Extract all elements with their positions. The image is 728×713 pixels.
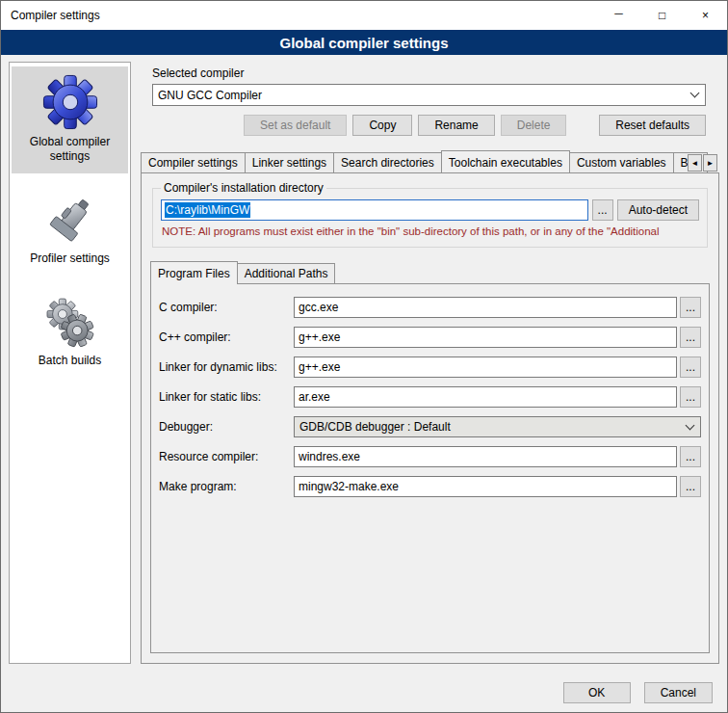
reset-defaults-button[interactable]: Reset defaults: [599, 115, 706, 136]
toolchain-executables-panel: Compiler's installation directory C:\ray…: [141, 172, 719, 664]
page-title: Global compiler settings: [279, 35, 448, 51]
rename-button[interactable]: Rename: [418, 115, 494, 136]
selected-compiler-select[interactable]: GNU GCC Compiler: [152, 84, 706, 106]
page-title-banner: Global compiler settings: [1, 30, 727, 55]
subtab-additional-paths[interactable]: Additional Paths: [237, 263, 336, 283]
c-compiler-label: C compiler:: [159, 301, 294, 314]
cpp-compiler-row: C++ compiler: ...: [159, 327, 701, 348]
installation-directory-group: Compiler's installation directory C:\ray…: [152, 181, 708, 248]
settings-tab-bar: Compiler settings Linker settings Search…: [141, 150, 719, 172]
linker-static-input[interactable]: [294, 386, 677, 408]
close-icon: ×: [702, 9, 709, 22]
linker-dynamic-input[interactable]: [294, 356, 677, 378]
minimize-icon: ─: [614, 7, 623, 20]
tab-custom-variables[interactable]: Custom variables: [569, 152, 674, 172]
installation-directory-row: C:\raylib\MinGW ... Auto-detect: [161, 199, 699, 221]
program-files-panel: C compiler: ... C++ compiler: ... Linker…: [150, 283, 710, 653]
installation-directory-group-title: Compiler's installation directory: [161, 181, 326, 195]
installation-directory-value: C:\raylib\MinGW: [165, 202, 250, 218]
debugger-value: GDB/CDB debugger : Default: [299, 420, 681, 434]
linker-static-browse-button[interactable]: ...: [680, 386, 701, 408]
c-compiler-browse-button[interactable]: ...: [680, 297, 701, 318]
make-program-input[interactable]: [294, 476, 677, 497]
tab-scroll-left-button[interactable]: ◄: [688, 154, 702, 172]
sidebar-item-batch-builds[interactable]: Batch builds: [12, 289, 128, 378]
linker-dynamic-browse-button[interactable]: ...: [680, 356, 701, 378]
tab-scroll-buttons: ◄ ►: [688, 154, 717, 172]
ok-button[interactable]: OK: [563, 682, 631, 703]
dialog-content: Global compiler settings: [1, 55, 727, 673]
resource-compiler-input[interactable]: [294, 446, 677, 467]
cancel-button[interactable]: Cancel: [644, 682, 713, 703]
chevron-down-icon: [690, 89, 700, 98]
selected-compiler-value: GNU GCC Compiler: [158, 89, 686, 102]
make-program-row: Make program: ...: [159, 476, 701, 497]
arrow-right-icon: ►: [707, 159, 715, 168]
tab-linker-settings[interactable]: Linker settings: [245, 152, 334, 172]
titlebar[interactable]: Compiler settings ─ □ ×: [1, 1, 727, 30]
cpp-compiler-browse-button[interactable]: ...: [680, 327, 701, 348]
auto-detect-button[interactable]: Auto-detect: [617, 199, 699, 221]
sidebar-item-profiler-settings[interactable]: Profiler settings: [12, 187, 128, 276]
make-program-browse-button[interactable]: ...: [680, 476, 701, 497]
cpp-compiler-label: C++ compiler:: [159, 330, 294, 344]
debugger-row: Debugger: GDB/CDB debugger : Default: [159, 416, 701, 437]
make-program-label: Make program:: [159, 480, 294, 493]
linker-dynamic-label: Linker for dynamic libs:: [159, 360, 294, 374]
tab-search-directories[interactable]: Search directories: [333, 152, 442, 172]
tab-compiler-settings[interactable]: Compiler settings: [141, 152, 246, 172]
chevron-down-icon: [686, 420, 695, 430]
c-compiler-row: C compiler: ...: [159, 297, 701, 318]
resource-compiler-label: Resource compiler:: [159, 450, 294, 463]
resource-compiler-row: Resource compiler: ...: [159, 446, 701, 467]
close-button[interactable]: ×: [684, 1, 727, 30]
copy-button[interactable]: Copy: [352, 115, 412, 136]
window-controls: ─ □ ×: [597, 1, 727, 30]
window-title: Compiler settings: [1, 9, 100, 22]
debugger-select[interactable]: GDB/CDB debugger : Default: [294, 416, 701, 437]
compiler-settings-window: Compiler settings ─ □ × Global compiler …: [0, 0, 728, 713]
set-as-default-button: Set as default: [244, 115, 347, 136]
sidebar-item-global-compiler-settings[interactable]: Global compiler settings: [12, 66, 128, 173]
linker-static-label: Linker for static libs:: [159, 390, 294, 404]
program-files-tab-bar: Program Files Additional Paths: [150, 261, 710, 283]
maximize-icon: □: [659, 9, 665, 22]
sidebar-item-label: Global compiler settings: [13, 135, 126, 164]
debugger-label: Debugger:: [159, 420, 294, 434]
installation-directory-input[interactable]: C:\raylib\MinGW: [161, 199, 588, 221]
installation-directory-browse-button[interactable]: ...: [592, 199, 613, 221]
dialog-footer: OK Cancel: [1, 673, 727, 712]
settings-category-list: Global compiler settings: [9, 62, 131, 664]
arrow-left-icon: ◄: [691, 159, 699, 168]
bin-subdirectory-note: NOTE: All programs must exist either in …: [162, 225, 699, 237]
compiler-actions-row: Set as default Copy Rename Delete Reset …: [152, 115, 706, 136]
profiler-tool-icon: [44, 195, 96, 247]
tab-scroll-right-button[interactable]: ►: [703, 154, 717, 172]
linker-dynamic-row: Linker for dynamic libs: ...: [159, 356, 701, 378]
sidebar-item-label: Batch builds: [39, 354, 101, 368]
selected-compiler-label: Selected compiler: [152, 66, 706, 80]
blue-gear-icon: [42, 74, 98, 130]
main-panel: Selected compiler GNU GCC Compiler Set a…: [141, 62, 719, 673]
tab-toolchain-executables[interactable]: Toolchain executables: [441, 150, 570, 172]
sidebar-item-label: Profiler settings: [30, 251, 110, 266]
resource-compiler-browse-button[interactable]: ...: [680, 446, 701, 467]
minimize-button[interactable]: ─: [597, 1, 640, 30]
subtab-program-files[interactable]: Program Files: [150, 261, 238, 284]
linker-static-row: Linker for static libs: ...: [159, 386, 701, 408]
gray-gears-icon: [44, 297, 96, 349]
maximize-button[interactable]: □: [640, 1, 684, 30]
delete-button: Delete: [501, 115, 567, 136]
cpp-compiler-input[interactable]: [294, 327, 677, 348]
c-compiler-input[interactable]: [294, 297, 677, 318]
